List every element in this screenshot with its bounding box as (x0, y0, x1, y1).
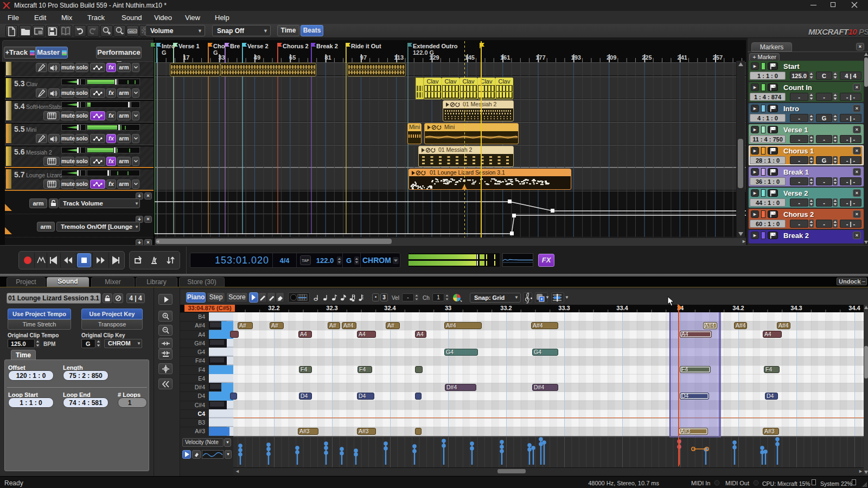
svg-text:34.3: 34.3 (790, 305, 802, 311)
svg-text:161: 161 (500, 54, 510, 61)
svg-text:32.2: 32.2 (268, 305, 279, 311)
svg-text:33: 33 (218, 54, 225, 61)
svg-text:32.3: 32.3 (326, 305, 337, 311)
svg-text:257: 257 (713, 54, 723, 61)
svg-text:33: 33 (445, 305, 451, 311)
svg-text:49: 49 (254, 54, 260, 61)
svg-text:81: 81 (324, 54, 331, 61)
svg-text:65: 65 (289, 54, 296, 61)
svg-text:177: 177 (535, 54, 545, 61)
svg-text:145: 145 (465, 54, 475, 61)
svg-text:113: 113 (394, 54, 404, 61)
svg-text:34.4: 34.4 (848, 305, 860, 311)
svg-text:33.2: 33.2 (500, 305, 512, 311)
svg-text:17: 17 (183, 54, 189, 61)
svg-text:209: 209 (607, 54, 616, 61)
svg-text:97: 97 (360, 54, 367, 61)
svg-text:33.3: 33.3 (558, 305, 570, 311)
svg-text:33.4: 33.4 (616, 305, 628, 311)
svg-text:MIDI: MIDI (129, 30, 136, 33)
svg-text:34.2: 34.2 (732, 305, 744, 311)
svg-text:32.4: 32.4 (384, 305, 396, 311)
svg-text:193: 193 (571, 54, 581, 61)
svg-text:225: 225 (642, 54, 652, 61)
svg-text:241: 241 (678, 54, 687, 61)
